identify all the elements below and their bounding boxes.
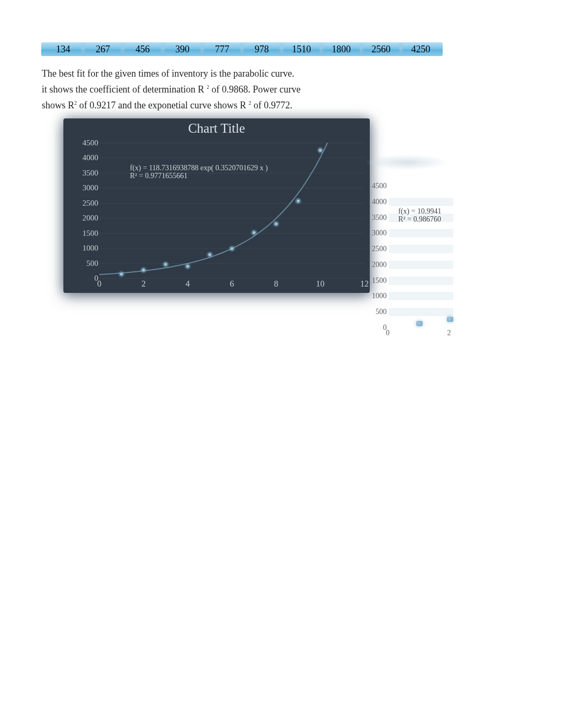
trendline: [99, 143, 364, 274]
data-point: [447, 317, 453, 322]
cell: 1800: [322, 44, 360, 55]
chart-title: Chart Title: [63, 118, 370, 139]
data-row: 134 267 456 390 777 978 1510 1800 2560 4…: [41, 42, 443, 56]
svg-point-9: [319, 149, 322, 152]
side-x-axis: 02: [388, 329, 449, 338]
y-tick: 2000: [77, 214, 98, 223]
chart-plot: 050010001500200025003000350040004500 024…: [78, 143, 364, 278]
y-axis: 050010001500200025003000350040004500: [78, 143, 99, 278]
chart-main: Chart Title 0500100015002000250030003500…: [63, 118, 370, 293]
x-axis: 024681012: [99, 279, 364, 290]
chart-side: 050010001500200025003000350040004500 02 …: [364, 154, 444, 345]
line: shows R2 of 0.9217 and the exponetial cu…: [42, 96, 359, 112]
x-tick: 0: [386, 329, 390, 337]
y-tick: 1500: [77, 228, 98, 237]
x-tick: 0: [97, 279, 101, 289]
y-tick: 500: [77, 259, 98, 268]
y-tick: 3500: [363, 214, 387, 222]
line: it shows the coefficient of determinatio…: [42, 80, 359, 96]
side-y-axis: 050010001500200025003000350040004500: [364, 186, 388, 330]
y-tick: 4000: [363, 198, 387, 206]
svg-point-0: [120, 272, 123, 275]
x-tick: 2: [142, 279, 146, 289]
y-tick: 3000: [363, 229, 387, 237]
y-tick: 4500: [77, 139, 98, 148]
y-tick: 4000: [77, 153, 98, 162]
cell: 4250: [402, 44, 440, 55]
y-tick: 2500: [77, 198, 98, 207]
y-tick: 0: [77, 274, 98, 283]
cell: 2560: [362, 44, 400, 55]
cell: 134: [44, 44, 82, 55]
svg-point-8: [297, 199, 300, 202]
cell: 267: [84, 44, 121, 55]
cell: 777: [203, 44, 241, 55]
cell: 390: [164, 44, 201, 55]
data-point: [416, 321, 423, 326]
y-tick: 1000: [77, 244, 98, 253]
x-tick: 8: [274, 279, 278, 289]
x-tick: 6: [230, 279, 234, 289]
svg-point-7: [275, 223, 278, 226]
svg-point-4: [208, 253, 211, 256]
y-tick: 2500: [363, 245, 387, 253]
svg-point-1: [142, 269, 145, 272]
y-tick: 4500: [363, 182, 387, 190]
cell: 1510: [283, 44, 320, 55]
x-tick: 4: [185, 279, 190, 289]
trendline-equation: f(x) = 118.7316938788 exp( 0.3520701629 …: [130, 164, 268, 180]
side-trendline-equation: f(x) = 10.9941 R² = 0.986760: [398, 207, 441, 223]
y-tick: 3000: [77, 183, 98, 192]
y-tick: 3500: [77, 168, 98, 177]
line: The best fit for the given times of inve…: [42, 67, 359, 80]
body-text: The best fit for the given times of inve…: [42, 67, 359, 112]
cell: 978: [243, 44, 280, 55]
y-tick: 1500: [363, 277, 387, 285]
svg-point-3: [186, 265, 189, 268]
x-tick: 2: [447, 329, 451, 337]
plot-area: [99, 143, 364, 278]
chart-svg: [99, 143, 364, 278]
x-tick: 10: [316, 279, 324, 289]
cell: 456: [124, 44, 161, 55]
y-tick: 2000: [363, 261, 387, 269]
y-tick: 0: [363, 324, 387, 332]
y-tick: 1000: [363, 292, 387, 300]
y-tick: 500: [363, 308, 387, 316]
